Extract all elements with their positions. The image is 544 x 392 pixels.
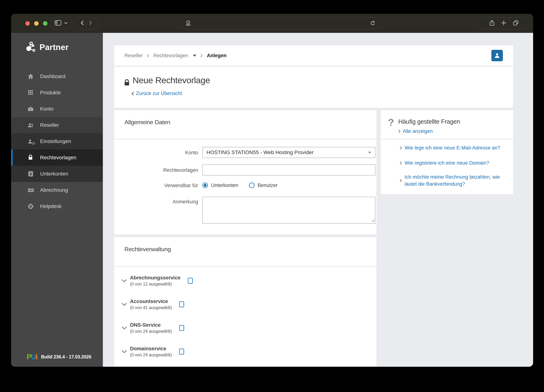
- faq-show-all-link[interactable]: Alle anzeigen: [398, 129, 433, 134]
- pui-logo-letter: P: [27, 352, 31, 361]
- new-tab-icon[interactable]: [501, 20, 507, 26]
- pui-logo-letter: i: [36, 352, 37, 361]
- rights-section-dns-service: DNS-Service (0 von 24 ausgewählt): [122, 322, 184, 334]
- grid-icon: [27, 89, 34, 96]
- sidebar-item-rechtevorlagen[interactable]: Rechtevorlagen: [11, 150, 103, 166]
- sidebar-item-label: Rechtevorlagen: [40, 155, 76, 161]
- sidebar-toggle-icon[interactable]: [54, 20, 61, 26]
- rights-section-title[interactable]: Domainservice: [130, 346, 172, 351]
- sidebar-item-label: Unterkonten: [40, 171, 68, 177]
- build-version-text: Build 236.4 - 17.03.2026: [41, 354, 91, 360]
- sidebar-item-label: Helpdesk: [40, 203, 62, 209]
- rights-section-count: (0 von 41 ausgewählt): [130, 305, 172, 310]
- rights-section-count: (0 von 24 ausgewählt): [130, 329, 172, 334]
- app-logo-text: Partner: [40, 43, 69, 52]
- resize-grip-icon[interactable]: [371, 219, 374, 223]
- rights-section-text: Accountservice (0 von 41 ausgewählt): [130, 298, 172, 310]
- rights-section-checkbox[interactable]: [188, 278, 193, 284]
- breadcrumb-rechtevorlagen[interactable]: Rechtevorlagen: [153, 53, 188, 59]
- faq-show-all-label: Alle anzeigen: [403, 129, 433, 134]
- sidebar-item-einstellungen[interactable]: ⚙ Einstellungen: [11, 133, 103, 150]
- rechtevorlagen-input[interactable]: [202, 164, 375, 176]
- sidebar-item-helpdesk[interactable]: Helpdesk: [11, 198, 103, 214]
- rights-section-checkbox[interactable]: [179, 349, 184, 355]
- gear-icon: ⚙: [32, 141, 35, 146]
- rights-section-title[interactable]: Abrechnungsservice: [130, 275, 180, 281]
- chevron-right-icon: [400, 179, 402, 182]
- rights-section-title[interactable]: Accountservice: [130, 298, 172, 304]
- chevron-down-icon[interactable]: [122, 326, 127, 330]
- card-heading: Rechteverwaltung: [124, 246, 171, 253]
- card-divider: [114, 139, 377, 139]
- konto-label: Konto: [114, 150, 198, 156]
- card-divider: [381, 139, 513, 139]
- rights-section-title[interactable]: DNS-Service: [130, 322, 172, 328]
- faq-question-label: Wie lege ich eine neue E-Mail-Adresse an…: [405, 144, 500, 151]
- address-book-icon: [27, 170, 34, 177]
- card-heading: Allgemeine Daten: [124, 119, 170, 126]
- chevron-down-icon[interactable]: [122, 303, 127, 306]
- konto-select-value: HOSTING STATION55 - Web Hosting Provider: [207, 150, 313, 155]
- sidebar-item-konto[interactable]: Konto: [11, 101, 103, 117]
- rights-section-checkbox[interactable]: [179, 301, 184, 307]
- general-data-card: Allgemeine Daten Konto HOSTING STATION55…: [114, 110, 377, 235]
- browser-titlebar: [11, 14, 533, 33]
- address-bar[interactable]: [180, 17, 380, 29]
- back-to-overview-link[interactable]: Zurück zur Übersicht: [131, 91, 182, 96]
- toolbar-actions-group: [479, 17, 528, 29]
- faq-question-link[interactable]: Ich möchte meine Rechnung bezahlen, wie …: [400, 174, 511, 187]
- share-icon[interactable]: [489, 20, 495, 27]
- question-mark-icon: ?: [388, 117, 394, 128]
- breadcrumb-reseller[interactable]: Reseller: [124, 53, 143, 59]
- pui-logo-letter: U: [31, 352, 36, 361]
- sidebar-item-produkte[interactable]: Produkte: [11, 85, 103, 101]
- minimize-window-button[interactable]: [34, 21, 39, 26]
- sidebar-item-label: Reseller: [40, 122, 59, 128]
- sidebar-item-abrechnung[interactable]: Abrechnung: [11, 182, 103, 198]
- rights-section-text: DNS-Service (0 von 24 ausgewählt): [130, 322, 172, 334]
- back-link-label: Zurück zur Übersicht: [136, 91, 182, 96]
- sidebar-item-reseller[interactable]: Reseller: [11, 117, 103, 133]
- faq-question-label: Ich möchte meine Rechnung bezahlen, wie …: [405, 174, 508, 187]
- rights-section-accountservice: Accountservice (0 von 41 ausgewählt): [122, 298, 184, 310]
- rights-section-count: (0 von 12 ausgewählt): [130, 282, 180, 287]
- select-caret-icon: [368, 152, 371, 154]
- back-button[interactable]: [81, 20, 84, 26]
- home-icon: [27, 73, 34, 80]
- anmerkung-textarea[interactable]: [202, 197, 375, 224]
- chevron-right-icon: [398, 129, 401, 133]
- faq-question-label: Wie registriere ich eine neue Domain?: [405, 159, 489, 166]
- reload-icon[interactable]: [370, 20, 376, 27]
- page-title-card: Neue Rechtevorlage Zurück zur Übersicht: [114, 66, 513, 108]
- lock-icon: [27, 154, 34, 161]
- forward-button[interactable]: [89, 20, 92, 26]
- konto-select[interactable]: HOSTING STATION55 - Web Hosting Provider: [202, 147, 375, 158]
- radio-unterkonten-label[interactable]: Unterkonten: [211, 182, 238, 188]
- sidebar-item-label: Dashboard: [40, 73, 65, 79]
- radio-benutzer[interactable]: [249, 182, 254, 188]
- nav-divider: [86, 20, 87, 27]
- sidebar-item-dashboard[interactable]: Dashboard: [11, 68, 103, 85]
- radio-benutzer-label[interactable]: Benutzer: [258, 182, 278, 188]
- close-window-button[interactable]: [25, 21, 30, 26]
- sidebar-item-unterkonten[interactable]: Unterkonten: [11, 166, 103, 182]
- breadcrumb-dropdown-caret[interactable]: [193, 55, 196, 57]
- rights-section-checkbox[interactable]: [179, 325, 184, 331]
- chevron-down-icon[interactable]: [64, 22, 68, 25]
- chevron-down-icon[interactable]: [122, 279, 127, 283]
- faq-question-link[interactable]: Wie lege ich eine neue E-Mail-Adresse an…: [400, 144, 509, 151]
- rights-section-domainservice: Domainservice (0 von 24 ausgewählt): [122, 346, 184, 357]
- verwendbar-radio-group: Unterkonten Benutzer: [202, 181, 278, 189]
- sidebar-nav: Dashboard Produkte: [11, 68, 103, 214]
- life-ring-icon: [27, 203, 34, 210]
- user-avatar-button[interactable]: [491, 50, 503, 61]
- reader-view-icon[interactable]: [185, 20, 191, 27]
- chevron-down-icon[interactable]: [122, 350, 127, 353]
- faq-question-link[interactable]: Wie registriere ich eine neue Domain?: [400, 159, 509, 166]
- radio-unterkonten[interactable]: [202, 182, 208, 188]
- tab-overview-icon[interactable]: [513, 20, 519, 27]
- zoom-window-button[interactable]: [43, 21, 47, 26]
- rights-section-abrechnungsservice: Abrechnungsservice (0 von 12 ausgewählt): [122, 275, 193, 287]
- traffic-lights: [25, 14, 47, 33]
- rechtevorlagen-label: Rechtevorlagen: [114, 167, 198, 173]
